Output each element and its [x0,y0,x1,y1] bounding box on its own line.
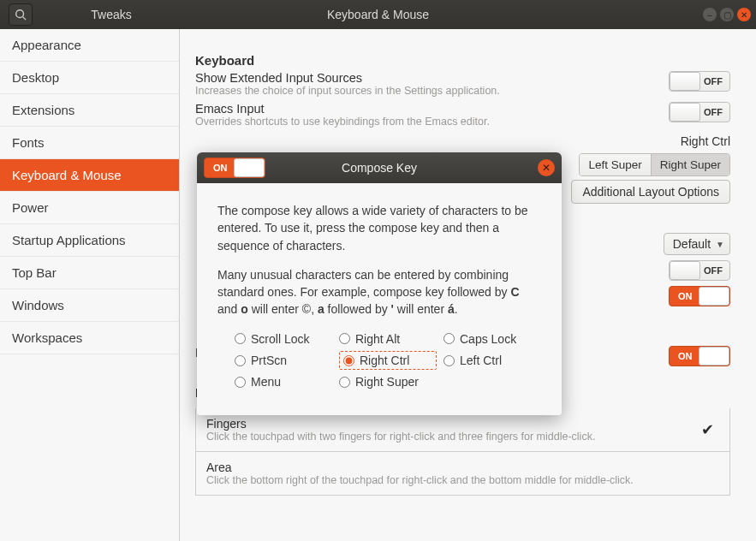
sidebar-item-appearance[interactable]: Appearance [0,29,179,62]
sidebar-item-power[interactable]: Power [0,192,179,224]
radio-right-alt[interactable]: Right Alt [339,330,437,348]
dialog-header: ON Compose Key ✕ [197,152,562,183]
radio-right-super[interactable]: Right Super [339,373,437,390]
sidebar-item-fonts[interactable]: Fonts [0,127,179,159]
radio-right-ctrl[interactable]: Right Ctrl [339,351,437,370]
fingers-desc: Click the touchpad with two fingers for … [206,431,595,443]
check-icon: ✔ [701,420,714,439]
sidebar-item-desktop[interactable]: Desktop [0,62,179,94]
maximize-button[interactable]: ▢ [720,8,734,21]
compose-key-value: Right Ctrl [681,134,730,148]
dialog-close-button[interactable]: ✕ [538,159,555,176]
sidebar-item-startup-apps[interactable]: Startup Applications [0,224,179,257]
emacs-input-title: Emacs Input [195,102,490,116]
app-title: Tweaks [43,8,180,21]
extended-input-desc: Increases the choice of input sources in… [195,85,500,97]
svg-line-1 [23,17,27,21]
radio-left-ctrl[interactable]: Left Ctrl [443,351,541,370]
disable-while-typing-toggle[interactable]: ON [669,346,730,366]
pointing-off-toggle[interactable]: OFF [669,260,730,281]
close-icon: ✕ [542,162,551,174]
sidebar-item-extensions[interactable]: Extensions [0,94,179,127]
super-key-segment[interactable]: Left Super Right Super [579,153,730,176]
area-title: Area [206,461,634,474]
radio-menu[interactable]: Menu [235,373,332,390]
emacs-input-toggle[interactable]: OFF [669,102,730,122]
additional-layout-button[interactable]: Additional Layout Options [571,180,730,204]
sidebar-item-windows[interactable]: Windows [0,289,179,322]
left-super-option[interactable]: Left Super [580,154,650,175]
sidebar-item-top-bar[interactable]: Top Bar [0,257,179,289]
area-desc: Click the bottom right of the touchpad f… [206,474,634,486]
radio-scroll-lock[interactable]: Scroll Lock [235,330,332,348]
sidebar-item-keyboard-mouse[interactable]: Keyboard & Mouse [0,159,179,192]
area-option[interactable]: Area Click the bottom right of the touch… [195,452,730,496]
search-button[interactable] [9,3,33,26]
dialog-para-2: Many unusual characters can be entered b… [217,266,541,318]
radio-prtscn[interactable]: PrtScn [235,351,332,370]
right-super-option[interactable]: Right Super [651,154,729,175]
radio-caps-lock[interactable]: Caps Lock [443,330,541,348]
compose-key-dialog: ON Compose Key ✕ The compose key allows … [197,152,562,415]
sidebar-item-workspaces[interactable]: Workspaces [0,322,179,354]
extended-input-title: Show Extended Input Sources [195,71,500,85]
emacs-input-desc: Overrides shortcuts to use keybindings f… [195,116,490,128]
svg-point-0 [16,10,24,18]
titlebar: Tweaks Keyboard & Mouse – ▢ ✕ [0,0,756,29]
chevron-down-icon: ▼ [716,240,724,249]
dialog-body: The compose key allows a wide variety of… [197,183,562,415]
compose-key-toggle[interactable]: ON [204,158,265,178]
pointing-on-toggle[interactable]: ON [669,286,730,306]
fingers-title: Fingers [206,417,595,431]
close-button[interactable]: ✕ [737,8,751,21]
section-keyboard-title: Keyboard [195,53,730,68]
minimize-button[interactable]: – [703,8,717,21]
sidebar: Appearance Desktop Extensions Fonts Keyb… [0,29,180,541]
extended-input-toggle[interactable]: OFF [669,71,730,92]
search-icon [15,9,27,21]
dialog-para-1: The compose key allows a wide variety of… [217,202,541,254]
accel-profile-combo[interactable]: Default ▼ [664,233,730,255]
